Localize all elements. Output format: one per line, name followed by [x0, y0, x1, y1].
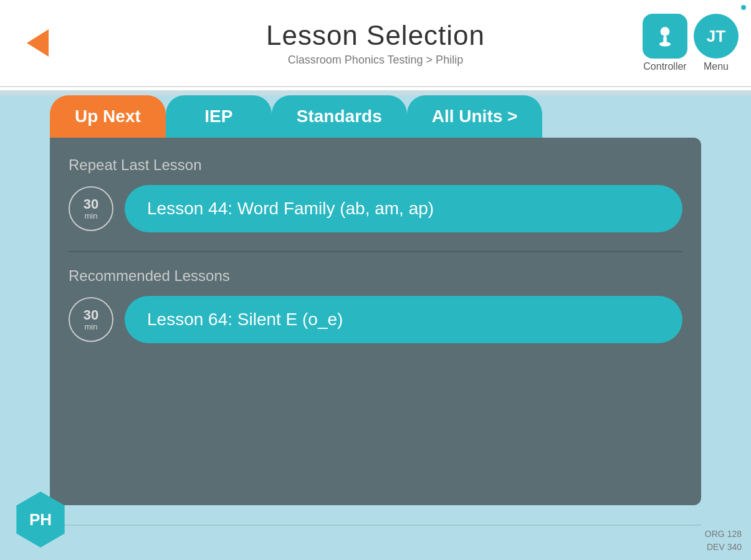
menu-label: Menu	[704, 61, 729, 72]
recommended-time-badge: 30 min	[69, 297, 113, 342]
back-button[interactable]	[19, 24, 56, 62]
svg-point-0	[661, 27, 670, 36]
back-arrow-icon	[27, 29, 49, 57]
tab-standards[interactable]: Standards	[272, 95, 407, 138]
recommended-lesson-button[interactable]: Lesson 64: Silent E (o_e)	[125, 296, 682, 343]
bg-divider	[0, 90, 751, 95]
tab-all-units[interactable]: All Units >	[407, 95, 543, 138]
repeat-lesson-row: 30 min Lesson 44: Word Family (ab, am, a…	[69, 185, 682, 232]
controller-icon	[643, 14, 687, 59]
recommended-time-number: 30	[84, 308, 98, 322]
header: Lesson Selection Classroom Phonics Testi…	[0, 0, 751, 87]
breadcrumb: Classroom Phonics Testing > Philip	[266, 54, 485, 67]
version-line2: DEV 340	[705, 541, 742, 554]
controller-label: Controller	[643, 61, 686, 72]
version-line1: ORG 128	[705, 528, 742, 541]
repeat-lesson-button[interactable]: Lesson 44: Word Family (ab, am, ap)	[125, 185, 682, 232]
controller-button[interactable]: Controller	[643, 14, 687, 72]
repeat-time-unit: min	[85, 211, 98, 221]
main-content: Up Next IEP Standards All Units > Repeat…	[50, 95, 701, 523]
section-separator	[69, 251, 682, 252]
bottom-divider	[50, 524, 701, 526]
version-info: ORG 128 DEV 340	[705, 528, 742, 554]
recommended-time-unit: min	[85, 322, 98, 331]
content-panel: Repeat Last Lesson 30 min Lesson 44: Wor…	[50, 138, 701, 505]
recommended-lesson-row: 30 min Lesson 64: Silent E (o_e)	[69, 296, 682, 343]
repeat-section-label: Repeat Last Lesson	[69, 156, 682, 174]
svg-point-2	[659, 42, 671, 46]
student-avatar: PH	[12, 491, 69, 548]
tab-up-next[interactable]: Up Next	[50, 95, 166, 138]
joystick-svg	[651, 22, 679, 50]
status-dot	[741, 5, 746, 10]
menu-button[interactable]: JT Menu	[694, 14, 739, 72]
user-avatar: JT	[694, 14, 739, 59]
page-title: Lesson Selection	[266, 20, 485, 51]
tab-iep[interactable]: IEP	[166, 95, 272, 138]
tab-bar: Up Next IEP Standards All Units >	[50, 95, 701, 138]
repeat-time-number: 30	[84, 197, 98, 211]
header-actions: Controller JT Menu	[643, 14, 739, 72]
header-center: Lesson Selection Classroom Phonics Testi…	[266, 20, 485, 67]
recommended-section-label: Recommended Lessons	[69, 267, 682, 285]
repeat-time-badge: 30 min	[69, 186, 113, 231]
student-hexagon-icon: PH	[12, 491, 69, 548]
